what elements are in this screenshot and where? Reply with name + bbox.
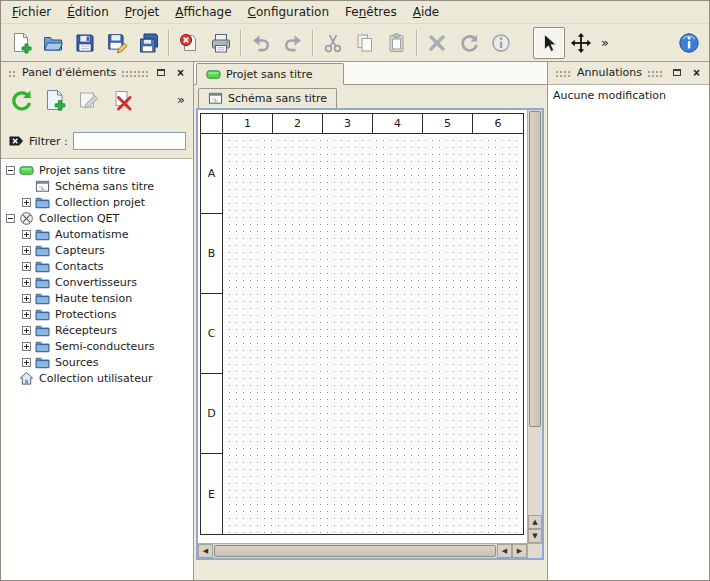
expand-toggle[interactable]	[6, 166, 15, 175]
tree-item-recepteurs[interactable]: Récepteurs	[1, 322, 193, 338]
tree-item-label: Contacts	[55, 260, 104, 273]
undo-button[interactable]	[245, 27, 277, 59]
paste-button[interactable]	[381, 27, 413, 59]
scroll-down-button[interactable]: ▼	[528, 529, 542, 543]
folder-icon	[35, 227, 50, 242]
open-project-button[interactable]	[37, 27, 69, 59]
scroll-left-button[interactable]: ◀	[198, 544, 213, 558]
elements-tree[interactable]: Projet sans titreSchéma sans titreCollec…	[1, 158, 193, 580]
menu-item-aide[interactable]: Aide	[405, 2, 448, 22]
reload-collections-button[interactable]	[6, 85, 35, 114]
vertical-scrollbar-thumb[interactable]	[529, 111, 541, 427]
save-button[interactable]	[69, 27, 101, 59]
about-qet-button[interactable]	[673, 27, 705, 59]
tree-item-label: Automatisme	[55, 228, 129, 241]
menu-item-affichage[interactable]: Affichage	[167, 2, 239, 22]
expand-toggle[interactable]	[22, 198, 31, 207]
folder-icon	[35, 291, 50, 306]
tree-item-convertisseurs[interactable]: Convertisseurs	[1, 274, 193, 290]
redo-button[interactable]	[277, 27, 309, 59]
pan-mode-button[interactable]	[565, 27, 597, 59]
expand-toggle[interactable]	[6, 214, 15, 223]
copy-button[interactable]	[349, 27, 381, 59]
menu-item-projet[interactable]: Projet	[117, 2, 167, 22]
float-panel-button[interactable]	[669, 66, 684, 80]
schema-icon	[208, 91, 223, 106]
diagram-grid[interactable]	[223, 134, 523, 534]
new-element-button[interactable]	[40, 85, 69, 114]
horizontal-scrollbar-thumb[interactable]	[214, 545, 496, 557]
expand-toggle[interactable]	[22, 294, 31, 303]
tree-item-protections[interactable]: Protections	[1, 306, 193, 322]
scroll-up-button[interactable]: ▲	[528, 515, 542, 529]
tree-item-collection-utilisateur[interactable]: Collection utilisateur	[1, 370, 193, 386]
tree-item-capteurs[interactable]: Capteurs	[1, 242, 193, 258]
expand-toggle[interactable]	[22, 342, 31, 351]
menu-item-fenetres[interactable]: Fenêtres	[337, 2, 405, 22]
tree-item-collection-qet[interactable]: Collection QET	[1, 210, 193, 226]
close-file-button[interactable]	[173, 27, 205, 59]
close-panel-button[interactable]: ×	[173, 66, 188, 80]
diagram-column-headers: 123456	[223, 114, 523, 134]
diagram-canvas[interactable]: 123456 ABCDE	[198, 110, 527, 543]
expand-toggle[interactable]	[22, 310, 31, 319]
tree-item-automatisme[interactable]: Automatisme	[1, 226, 193, 242]
horizontal-scrollbar[interactable]: ◀ ◀ ▶	[198, 543, 527, 558]
elements-toolbar: »	[1, 82, 193, 116]
new-project-button[interactable]	[5, 27, 37, 59]
elements-toolbar-overflow-button[interactable]: »	[174, 92, 188, 107]
save-as-icon	[106, 32, 128, 54]
expand-toggle[interactable]	[22, 358, 31, 367]
cut-icon	[322, 32, 344, 54]
save-as-button[interactable]	[101, 27, 133, 59]
home-icon	[19, 371, 34, 386]
print-button[interactable]	[205, 27, 237, 59]
folder-icon	[35, 259, 50, 274]
undo-list[interactable]: Aucune modification	[548, 84, 709, 580]
dock-grip	[555, 69, 572, 77]
menu-item-configuration[interactable]: Configuration	[240, 2, 337, 22]
edit-element-button[interactable]	[74, 85, 103, 114]
tab-schema-sans-titre[interactable]: Schéma sans titre	[198, 88, 337, 109]
tree-item-haute-tension[interactable]: Haute tension	[1, 290, 193, 306]
elements-panel-titlebar[interactable]: Panel d'éléments ×	[3, 64, 191, 81]
column-header: 6	[473, 114, 523, 134]
tree-item-semi-conducteurs[interactable]: Semi-conducteurs	[1, 338, 193, 354]
row-header: D	[201, 374, 223, 454]
menu-item-fichier[interactable]: Fichier	[4, 2, 59, 22]
tab-projet-sans-titre[interactable]: Projet sans titre	[196, 63, 344, 85]
menu-item-edition[interactable]: Édition	[59, 2, 117, 22]
filter-clear-icon[interactable]	[8, 133, 24, 149]
tree-item-contacts[interactable]: Contacts	[1, 258, 193, 274]
filter-input[interactable]	[73, 132, 186, 150]
float-panel-button[interactable]	[153, 66, 168, 80]
rotate-icon	[458, 32, 480, 54]
conductor-info-button[interactable]	[485, 27, 517, 59]
undo-panel-titlebar[interactable]: Annulations ×	[550, 64, 707, 81]
row-header: A	[201, 134, 223, 214]
move-cross-icon	[570, 32, 592, 54]
expand-toggle[interactable]	[22, 246, 31, 255]
expand-toggle[interactable]	[22, 230, 31, 239]
toolbar-overflow-button[interactable]: »	[597, 27, 613, 59]
cut-button[interactable]	[317, 27, 349, 59]
selection-mode-button[interactable]	[533, 27, 565, 59]
expand-toggle[interactable]	[22, 262, 31, 271]
expand-toggle[interactable]	[22, 326, 31, 335]
tree-item-schema-sans-titre[interactable]: Schéma sans titre	[1, 178, 193, 194]
save-all-button[interactable]	[133, 27, 165, 59]
scroll-left-button-secondary[interactable]: ◀	[497, 544, 512, 558]
down-arrow-icon: ▼	[532, 532, 537, 540]
scroll-right-button[interactable]: ▶	[512, 544, 527, 558]
rotate-selection-button[interactable]	[453, 27, 485, 59]
tree-item-projet-sans-titre[interactable]: Projet sans titre	[1, 162, 193, 178]
tree-item-collection-projet[interactable]: Collection projet	[1, 194, 193, 210]
delete-selection-button[interactable]	[421, 27, 453, 59]
expand-toggle[interactable]	[22, 278, 31, 287]
vertical-scrollbar[interactable]: ▲ ▼	[527, 110, 542, 543]
close-panel-button[interactable]: ×	[689, 66, 704, 80]
delete-element-button[interactable]	[108, 85, 137, 114]
mode-toolbar-buttons	[533, 27, 597, 59]
left-arrow-icon: ◀	[502, 547, 507, 555]
tree-item-sources[interactable]: Sources	[1, 354, 193, 370]
